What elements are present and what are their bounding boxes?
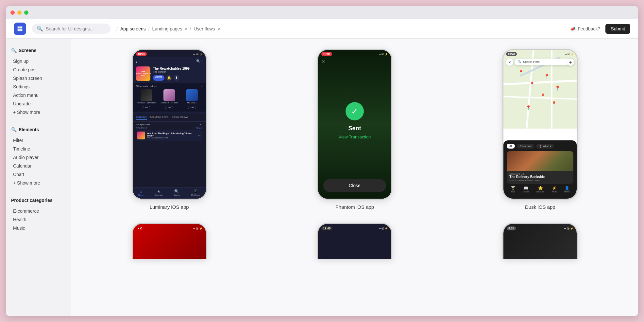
sidebar-item-music[interactable]: Music bbox=[11, 224, 66, 232]
logo[interactable] bbox=[14, 23, 26, 35]
elements-show-more[interactable]: + Show more bbox=[11, 179, 66, 187]
sidebar-item-upgrade[interactable]: Upgrade bbox=[11, 99, 66, 108]
nav-home[interactable]: ⌂ Home bbox=[138, 189, 144, 196]
dusk-nav-alerts[interactable]: ⚡ Alerts bbox=[552, 186, 557, 193]
breadcrumb-app-screens[interactable]: App screens bbox=[120, 26, 146, 31]
close-button[interactable] bbox=[10, 10, 15, 15]
product-section-title: Product categories bbox=[11, 198, 66, 203]
bottom-card-3[interactable]: 8:24 ▪▪ ⓦ ⚡ bbox=[453, 223, 628, 259]
tab-similar[interactable]: Similar Shows bbox=[172, 116, 188, 120]
megaphone-icon: 📣 bbox=[570, 26, 576, 31]
download-icon[interactable]: ⬇ bbox=[174, 75, 179, 81]
sidebar-item-signup[interactable]: Sign up bbox=[11, 57, 66, 65]
filter-open-btn[interactable]: Open now bbox=[517, 144, 534, 149]
bell-icon[interactable]: 🔔 bbox=[166, 75, 172, 81]
map-pin-7: 📍 bbox=[526, 105, 531, 110]
card-phantom[interactable]: 10:01 ▪▪ ⓦ ⚡ ✕ ✓ Sent View Transaction bbox=[267, 49, 442, 210]
luminary-screen: 10:26 ▪▪ ⓦ ⚡ ‹ 🔍 ⤴ THEREWAT bbox=[133, 50, 206, 199]
action-icons: 🔍 ⤴ bbox=[196, 59, 203, 64]
luminary-statusbar: 10:26 ▪▪ ⓦ ⚡ bbox=[133, 50, 206, 57]
dusk-brand: Dusk bbox=[525, 204, 536, 210]
nav-myshows[interactable]: 📱 My Shows bbox=[191, 189, 200, 196]
phantom-x-button[interactable]: ✕ bbox=[321, 59, 325, 64]
card-luminary[interactable]: 10:26 ▪▪ ⓦ ⚡ ‹ 🔍 ⤴ THEREWAT bbox=[82, 49, 257, 210]
feedback-label: Feedback? bbox=[578, 26, 600, 31]
others-close-icon[interactable]: ✕ bbox=[200, 85, 203, 88]
dusk-label: Dusk iOS app bbox=[525, 204, 555, 210]
sidebar-item-chart[interactable]: Chart bbox=[11, 170, 66, 179]
sidebar: 🔍 Screens Sign up Create post Splash scr… bbox=[6, 39, 71, 316]
maximize-button[interactable] bbox=[24, 10, 28, 15]
dusk-nav-guides[interactable]: 📖 Guides bbox=[523, 186, 529, 193]
dusk-nav-bars[interactable]: 🍸 Bars bbox=[511, 186, 516, 193]
feedback-button[interactable]: 📣 Feedback? bbox=[570, 26, 600, 31]
add-btn-3[interactable]: Add bbox=[188, 106, 196, 109]
map-pin-2: 📍 bbox=[529, 81, 535, 87]
luminary-time: 10:26 bbox=[136, 52, 147, 56]
podcast-info: The Rewatchables 1999 The Ringer Added 🔔… bbox=[153, 67, 190, 81]
add-btn-2[interactable]: Add bbox=[165, 106, 173, 109]
dusk-navbar: 🍸 Bars 📖 Guides ⭐ Rewa bbox=[507, 184, 573, 195]
partial-phone-2: 11:45 ▪▪ ⓦ ⚡ bbox=[317, 223, 392, 259]
nav-search[interactable]: 🔍 Search bbox=[174, 189, 180, 196]
elements-search-icon: 🔍 bbox=[11, 127, 17, 132]
filter-wine-select[interactable]: 🍷 Wine ▾ bbox=[536, 144, 554, 149]
luminary-tabs: Episodes About the Show Similar Shows bbox=[133, 114, 206, 122]
add-btn-1[interactable]: Add bbox=[143, 106, 151, 109]
search-input[interactable] bbox=[46, 26, 106, 31]
sidebar-item-filter[interactable]: Filter bbox=[11, 136, 66, 145]
breadcrumb-landing-pages[interactable]: Landing pages ↗ bbox=[152, 26, 187, 31]
dusk-nav-rewards[interactable]: ⭐ Rewards bbox=[536, 186, 544, 193]
partial-phone-1: ● O ▪▪ ⓦ ⚡ bbox=[132, 223, 207, 259]
sidebar-item-audio-player[interactable]: Audio player bbox=[11, 153, 66, 162]
minimize-button[interactable] bbox=[17, 10, 22, 15]
submit-button[interactable]: Submit bbox=[605, 24, 630, 34]
screens-show-more[interactable]: + Show more bbox=[11, 108, 66, 116]
luminary-content: ‹ 🔍 ⤴ THEREWATCHABLES1999 The Rewatchabl… bbox=[133, 57, 206, 114]
other-show-3: The Watc... Add bbox=[181, 89, 203, 110]
sidebar-item-timeline[interactable]: Timeline bbox=[11, 145, 66, 153]
dusk-place-card[interactable]: Organised Fun The Refinery Bankside Kill… bbox=[507, 151, 573, 184]
phantom-close-button[interactable]: Close bbox=[323, 179, 386, 192]
sidebar-item-health[interactable]: Health bbox=[11, 215, 66, 224]
sidebar-item-action-menu[interactable]: Action menu bbox=[11, 91, 66, 99]
episode-item-1: New from The Ringer: Introducing "Sonic … bbox=[136, 130, 203, 141]
logo-icon bbox=[16, 25, 24, 32]
episode-menu-icon[interactable]: ⋯ bbox=[198, 134, 201, 137]
dusk-bottom-sheet: All Open now 🍷 Wine ▾ bbox=[503, 140, 577, 199]
podcast-subtitle: The Ringer bbox=[153, 70, 190, 73]
tab-episodes[interactable]: Episodes bbox=[136, 116, 147, 120]
sidebar-item-settings[interactable]: Settings bbox=[11, 82, 66, 91]
map-pin-4: 📍 bbox=[540, 93, 546, 98]
luminary-back-bar: ‹ 🔍 ⤴ bbox=[136, 59, 203, 66]
search-bar[interactable]: 🔍 bbox=[32, 24, 110, 34]
partial-statusbar-2: 11:45 ▪▪ ⓦ ⚡ bbox=[318, 224, 391, 231]
podcast-title: The Rewatchables 1999 bbox=[153, 67, 190, 70]
added-button[interactable]: Added bbox=[153, 75, 165, 81]
sidebar-item-splash-screen[interactable]: Splash screen bbox=[11, 74, 66, 82]
map-road-h1 bbox=[503, 80, 577, 85]
other-art-2 bbox=[163, 89, 175, 101]
header-right: 📣 Feedback? Submit bbox=[570, 24, 630, 34]
sidebar-item-create-post[interactable]: Create post bbox=[11, 65, 66, 74]
sort-icon[interactable]: ≡↕ bbox=[200, 123, 203, 126]
sidebar-item-calendar[interactable]: Calendar bbox=[11, 162, 66, 170]
filter-all-btn[interactable]: All bbox=[507, 144, 515, 149]
phantom-view-transaction[interactable]: View Transaction bbox=[339, 134, 371, 139]
back-icon[interactable]: ‹ bbox=[136, 59, 138, 64]
card-dusk[interactable]: 📍 📍 📍 📍 📍 📍 📍 10 bbox=[453, 49, 628, 210]
dusk-phone-frame: 📍 📍 📍 📍 📍 📍 📍 10 bbox=[502, 49, 578, 200]
dusk-search-bar[interactable]: 🔍 Search Here bbox=[515, 59, 574, 65]
cards-grid: 10:26 ▪▪ ⓦ ⚡ ‹ 🔍 ⤴ THEREWAT bbox=[82, 49, 628, 259]
tab-about[interactable]: About the Show bbox=[150, 116, 168, 120]
map-pin-5: 📍 bbox=[555, 85, 560, 91]
dusk-nav-profile[interactable]: 👤 Profile bbox=[564, 186, 570, 193]
header: 🔍 / App screens / Landing pages ↗ / User… bbox=[6, 19, 638, 39]
breadcrumb-sep-2: / bbox=[148, 26, 150, 31]
nav-originals[interactable]: ★ Originals bbox=[155, 189, 162, 196]
bottom-card-1[interactable]: ● O ▪▪ ⓦ ⚡ bbox=[82, 223, 257, 259]
breadcrumb-user-flows[interactable]: User flows ↗ bbox=[194, 26, 220, 31]
bottom-card-2[interactable]: 11:45 ▪▪ ⓦ ⚡ bbox=[267, 223, 442, 259]
phantom-label: Phantom iOS app bbox=[335, 204, 374, 210]
sidebar-item-ecommerce[interactable]: E-commerce bbox=[11, 207, 66, 215]
